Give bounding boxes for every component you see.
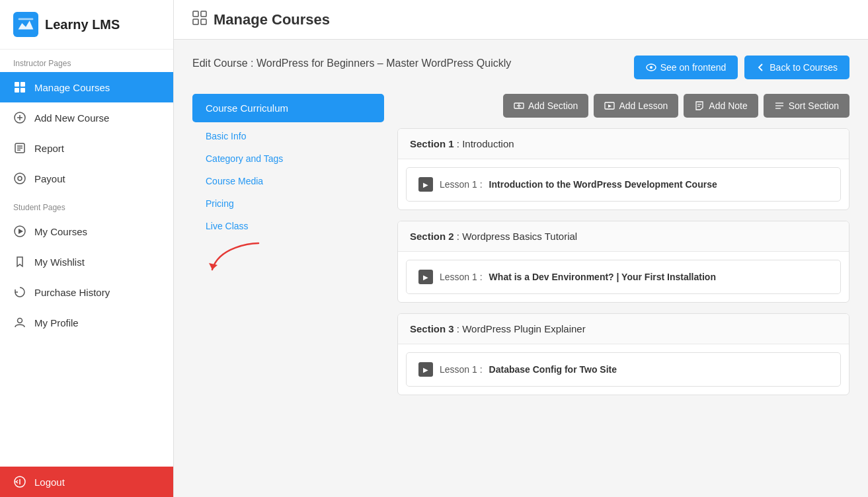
svg-rect-0 [13, 12, 38, 37]
sidebar: Learny LMS Instructor Pages Manage Cours… [0, 0, 174, 497]
sidebar-item-my-profile-label: My Profile [34, 317, 79, 328]
lesson-number: Lesson 1 : [440, 364, 483, 375]
sidebar-item-manage-courses-label: Manage Courses [34, 82, 110, 93]
tab-course-curriculum[interactable]: Course Curriculum [192, 94, 384, 122]
sidebar-item-add-new-course[interactable]: Add New Course [0, 102, 173, 133]
tab-category-tags[interactable]: Category and Tags [192, 147, 384, 170]
sidebar-item-manage-courses[interactable]: Manage Courses [0, 72, 173, 102]
report-icon [13, 141, 26, 155]
svg-rect-1 [19, 19, 34, 20]
sort-section-button[interactable]: Sort Section [764, 94, 849, 118]
lesson-title: Database Config for Two Site [489, 364, 617, 375]
tab-course-media[interactable]: Course Media [192, 170, 384, 192]
sidebar-item-purchase-history[interactable]: Purchase History [0, 277, 173, 307]
my-courses-icon [13, 225, 26, 238]
see-on-frontend-button[interactable]: See on frontend [634, 56, 738, 79]
svg-rect-5 [20, 88, 25, 93]
back-arrow-icon [756, 63, 766, 72]
svg-marker-31 [608, 104, 612, 108]
sort-section-icon [774, 100, 785, 111]
two-col-layout: Course Curriculum Basic Info Category an… [192, 94, 849, 406]
tab-live-class[interactable]: Live Class [192, 215, 384, 237]
topbar-icon [192, 11, 207, 28]
svg-rect-3 [20, 82, 25, 87]
left-panel: Course Curriculum Basic Info Category an… [192, 94, 384, 406]
svg-point-17 [18, 319, 22, 323]
lesson-number: Lesson 1 : [440, 179, 483, 190]
tab-pricing[interactable]: Pricing [192, 192, 384, 215]
svg-rect-21 [201, 11, 206, 17]
instructor-pages-label: Instructor Pages [0, 50, 173, 72]
svg-rect-22 [193, 19, 198, 24]
right-panel: Add Section Add Lesson Add Note Sort Sec… [397, 94, 849, 406]
logout-icon [13, 475, 26, 488]
logo: Learny LMS [0, 0, 173, 50]
add-section-icon [514, 100, 524, 111]
lesson-video-icon [418, 270, 433, 284]
sidebar-item-my-profile[interactable]: My Profile [0, 307, 173, 338]
sidebar-item-purchase-history-label: Purchase History [34, 287, 110, 298]
svg-rect-20 [193, 11, 198, 17]
sidebar-item-my-wishlist[interactable]: My Wishlist [0, 247, 173, 277]
wishlist-icon [13, 255, 26, 268]
section-header: Section 1 : Introduction [398, 129, 849, 159]
svg-marker-26 [209, 263, 217, 270]
svg-rect-23 [201, 19, 206, 24]
lesson-number: Lesson 1 : [440, 272, 483, 282]
logo-icon [13, 12, 38, 37]
logout-label: Logout [34, 477, 65, 488]
manage-courses-icon [13, 81, 26, 94]
section-header: Section 3 : WordPress Plugin Explainer [398, 314, 849, 344]
tab-basic-info[interactable]: Basic Info [192, 125, 384, 147]
sidebar-item-add-new-course-label: Add New Course [34, 112, 109, 124]
purchase-history-icon [13, 286, 26, 299]
sidebar-item-payout-label: Payout [34, 173, 65, 184]
lesson-item[interactable]: Lesson 1 : What is a Dev Environment? | … [406, 260, 841, 294]
student-pages-label: Student Pages [0, 194, 173, 216]
section-block: Section 1 : Introduction Lesson 1 : Intr… [397, 128, 849, 210]
edit-course-title: Edit Course : WordPress for Beginners – … [192, 56, 511, 71]
lesson-video-icon [418, 362, 433, 377]
section-header: Section 2 : Wordpress Basics Tutorial [398, 221, 849, 252]
lesson-title: Introduction to the WordPress Developmen… [489, 179, 717, 190]
svg-marker-16 [19, 229, 23, 234]
add-lesson-icon [604, 100, 615, 111]
curriculum-toolbar: Add Section Add Lesson Add Note Sort Sec… [397, 94, 849, 118]
lesson-item[interactable]: Lesson 1 : Database Config for Two Site [406, 352, 841, 387]
topbar: Manage Courses [174, 0, 868, 40]
main-content: Manage Courses Edit Course : WordPress f… [174, 0, 868, 497]
logo-text: Learny LMS [45, 17, 120, 32]
back-to-courses-button[interactable]: Back to Courses [744, 56, 849, 79]
red-arrow-annotation [206, 240, 384, 279]
add-note-icon [694, 100, 705, 111]
svg-rect-2 [15, 82, 19, 87]
edit-header: Edit Course : WordPress for Beginners – … [192, 56, 849, 79]
sidebar-item-report[interactable]: Report [0, 133, 173, 163]
add-lesson-button[interactable]: Add Lesson [594, 94, 678, 118]
edit-actions: See on frontend Back to Courses [634, 56, 849, 79]
lesson-item[interactable]: Lesson 1 : Introduction to the WordPress… [406, 167, 841, 202]
svg-point-25 [650, 66, 652, 69]
eye-icon [646, 62, 656, 73]
add-new-course-icon [13, 111, 26, 124]
topbar-title: Manage Courses [214, 11, 330, 28]
svg-rect-4 [15, 88, 19, 93]
sidebar-item-my-courses[interactable]: My Courses [0, 216, 173, 247]
content-area: Edit Course : WordPress for Beginners – … [174, 40, 868, 497]
lesson-video-icon [418, 177, 433, 192]
add-section-button[interactable]: Add Section [503, 94, 589, 118]
add-note-button[interactable]: Add Note [684, 94, 758, 118]
lesson-title: What is a Dev Environment? | Your First … [489, 272, 716, 282]
my-profile-icon [13, 316, 26, 329]
section-block: Section 3 : WordPress Plugin Explainer L… [397, 313, 849, 395]
svg-point-14 [18, 176, 22, 180]
svg-point-13 [15, 173, 25, 184]
sections-container: Section 1 : Introduction Lesson 1 : Intr… [397, 128, 849, 395]
section-block: Section 2 : Wordpress Basics Tutorial Le… [397, 221, 849, 303]
sidebar-item-payout[interactable]: Payout [0, 163, 173, 194]
logout-button[interactable]: Logout [0, 467, 173, 497]
sidebar-item-my-courses-label: My Courses [34, 226, 87, 237]
payout-icon [13, 172, 26, 185]
sidebar-item-report-label: Report [34, 143, 64, 154]
sidebar-item-my-wishlist-label: My Wishlist [34, 256, 85, 268]
